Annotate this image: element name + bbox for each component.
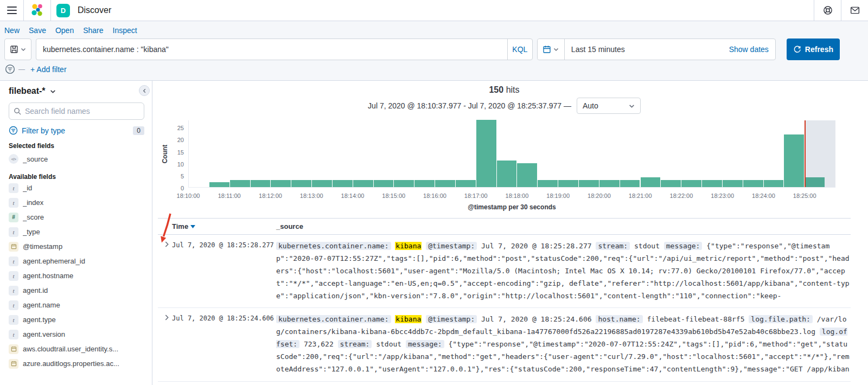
x-tick-label: 18:10:00 bbox=[177, 193, 200, 199]
time-range-display[interactable]: Last 15 minutes Show dates bbox=[565, 39, 775, 60]
field-item-_source[interactable]: </>_source bbox=[9, 152, 144, 166]
histogram-bar[interactable] bbox=[394, 180, 414, 187]
column-header-time[interactable]: Time bbox=[172, 222, 276, 230]
histogram-bar[interactable] bbox=[476, 120, 496, 187]
histogram-bar[interactable] bbox=[579, 180, 599, 187]
field-type-icon: t bbox=[9, 330, 18, 339]
menu-item-share[interactable]: Share bbox=[83, 26, 103, 35]
query-language-button[interactable]: KQL bbox=[507, 39, 532, 60]
histogram-bar[interactable] bbox=[374, 180, 394, 187]
histogram-bar[interactable] bbox=[538, 180, 558, 187]
field-item-agent.hostname[interactable]: tagent.hostname bbox=[9, 268, 144, 283]
x-axis-ticks: 18:10:0018:11:0018:12:0018:13:0018:14:00… bbox=[188, 188, 835, 202]
refresh-icon bbox=[793, 46, 801, 54]
field-search-input[interactable] bbox=[25, 107, 139, 116]
source-cell: kubernetes.container.name: kibana @times… bbox=[276, 313, 851, 376]
filter-by-type-link[interactable]: Filter by type bbox=[22, 126, 129, 135]
save-icon bbox=[10, 45, 18, 54]
field-type-icon: t bbox=[9, 300, 18, 310]
filter-icon[interactable] bbox=[5, 64, 15, 74]
field-search-box bbox=[9, 102, 144, 120]
elastic-logo[interactable] bbox=[24, 0, 51, 21]
menu-toggle-button[interactable] bbox=[0, 0, 24, 21]
field-item-_type[interactable]: t_type bbox=[9, 224, 144, 239]
y-tick-label: 10 bbox=[177, 161, 184, 168]
add-filter-link[interactable]: + Add filter bbox=[30, 65, 67, 74]
menu-item-open[interactable]: Open bbox=[55, 26, 74, 35]
save-query-button[interactable] bbox=[4, 39, 31, 60]
interval-select[interactable]: Auto bbox=[577, 98, 641, 114]
field-item-@timestamp[interactable]: @timestamp bbox=[9, 239, 144, 254]
expand-row-button[interactable] bbox=[158, 313, 172, 322]
histogram-bar[interactable] bbox=[599, 180, 620, 187]
histogram-bar[interactable] bbox=[291, 180, 311, 187]
histogram-bar[interactable] bbox=[312, 180, 332, 187]
histogram-bar[interactable] bbox=[702, 180, 722, 187]
histogram-bar[interactable] bbox=[620, 180, 640, 187]
histogram-bar[interactable] bbox=[230, 180, 250, 187]
histogram-bar[interactable] bbox=[743, 180, 763, 187]
histogram-bar[interactable] bbox=[681, 180, 701, 187]
index-pattern-switcher[interactable]: filebeat-* bbox=[9, 86, 144, 96]
histogram-bar[interactable] bbox=[353, 180, 373, 187]
histogram-bar[interactable] bbox=[805, 177, 825, 187]
chart-plot bbox=[188, 120, 835, 188]
menu-item-inspect[interactable]: Inspect bbox=[113, 26, 137, 35]
query-input[interactable]: kubernetes.container.name : "kibana" KQL bbox=[36, 39, 533, 60]
histogram-bar[interactable] bbox=[723, 180, 743, 187]
refresh-button[interactable]: Refresh bbox=[787, 39, 840, 60]
expand-row-button[interactable] bbox=[158, 240, 172, 249]
histogram-bar[interactable] bbox=[764, 180, 784, 187]
histogram-bar[interactable] bbox=[456, 180, 476, 187]
histogram-bar[interactable] bbox=[784, 134, 804, 187]
menu-item-new[interactable]: New bbox=[4, 26, 20, 35]
histogram-bar[interactable] bbox=[435, 180, 455, 187]
x-tick-label: 18:14:00 bbox=[341, 193, 365, 199]
field-item-_score[interactable]: #_score bbox=[9, 210, 144, 224]
show-dates-link[interactable]: Show dates bbox=[729, 45, 769, 54]
field-item-agent.id[interactable]: tagent.id bbox=[9, 283, 144, 298]
y-tick-label: 0 bbox=[181, 185, 184, 191]
field-type-icon: t bbox=[9, 227, 18, 237]
field-item-_id[interactable]: t_id bbox=[9, 181, 144, 195]
selected-fields-heading: Selected fields bbox=[9, 142, 144, 150]
y-axis-title: Count bbox=[161, 145, 169, 164]
histogram-bar[interactable] bbox=[209, 182, 229, 187]
help-button[interactable] bbox=[814, 0, 841, 21]
field-item-agent.ephemeral_id[interactable]: tagent.ephemeral_id bbox=[9, 254, 144, 268]
filter-count-badge: 0 bbox=[133, 126, 144, 135]
field-item-agent.type[interactable]: tagent.type bbox=[9, 312, 144, 327]
filter-separator: — bbox=[18, 66, 25, 73]
y-tick-label: 20 bbox=[177, 137, 184, 143]
search-icon bbox=[14, 107, 22, 116]
histogram-bar[interactable] bbox=[558, 180, 578, 187]
histogram-bar[interactable] bbox=[271, 180, 291, 187]
field-item-agent.name[interactable]: tagent.name bbox=[9, 298, 144, 312]
y-tick-label: 25 bbox=[177, 125, 184, 131]
histogram-bar[interactable] bbox=[251, 180, 271, 187]
collapse-sidebar-button[interactable] bbox=[139, 85, 150, 96]
space-badge[interactable]: D bbox=[56, 4, 70, 17]
newsfeed-button[interactable] bbox=[841, 0, 868, 21]
histogram-bar[interactable] bbox=[661, 180, 681, 187]
field-item-agent.version[interactable]: tagent.version bbox=[9, 327, 144, 342]
histogram-bar[interactable] bbox=[333, 180, 353, 187]
histogram-bar[interactable] bbox=[641, 177, 661, 187]
documents-table: Time _source Jul 7, 2020 @ 18:25:28.277k… bbox=[158, 218, 851, 382]
discover-main: 150 hits Jul 7, 2020 @ 18:10:37.977 - Ju… bbox=[152, 81, 868, 385]
histogram-bar[interactable] bbox=[517, 163, 537, 187]
field-item-aws.cloudtrail.user_identity.s...[interactable]: aws.cloudtrail.user_identity.s... bbox=[9, 342, 144, 356]
field-item-_index[interactable]: t_index bbox=[9, 195, 144, 210]
table-body: Jul 7, 2020 @ 18:25:28.277kubernetes.con… bbox=[158, 235, 851, 382]
filter-by-type-row: Filter by type 0 bbox=[9, 126, 144, 135]
table-row: Jul 7, 2020 @ 18:25:28.277kubernetes.con… bbox=[158, 235, 851, 308]
source-text: stdout bbox=[634, 242, 660, 250]
histogram-bar[interactable] bbox=[497, 161, 517, 187]
quick-select-button[interactable] bbox=[538, 39, 565, 60]
field-item-azure.auditlogs.properties.ac...[interactable]: azure.auditlogs.properties.ac... bbox=[9, 356, 144, 371]
filter-by-type-icon bbox=[9, 126, 18, 135]
field-type-icon: t bbox=[9, 198, 18, 208]
histogram-bar[interactable] bbox=[414, 180, 435, 187]
menu-item-save[interactable]: Save bbox=[29, 26, 46, 35]
field-type-icon: # bbox=[9, 213, 18, 222]
